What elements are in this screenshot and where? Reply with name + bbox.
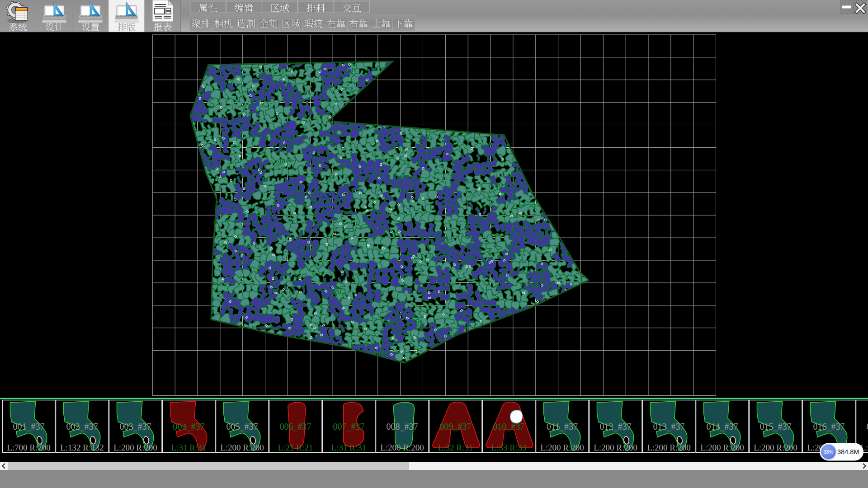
svg-text:L:200 R:200: L:200 R:200 bbox=[594, 443, 637, 452]
svg-text:003_#37: 003_#37 bbox=[120, 422, 151, 432]
svg-text:L:200 R:200: L:200 R:200 bbox=[700, 443, 744, 452]
svg-text:L:132 R:132: L:132 R:132 bbox=[60, 443, 104, 452]
svg-text:007_#37: 007_#37 bbox=[333, 422, 365, 432]
svg-text:L:21 R:21: L:21 R:21 bbox=[278, 443, 313, 452]
svg-text:L:33 R:33: L:33 R:33 bbox=[491, 443, 527, 452]
svg-text:014_#37: 014_#37 bbox=[707, 422, 738, 432]
svg-text:008_#37: 008_#37 bbox=[387, 422, 418, 432]
svg-text:L:200 R:200: L:200 R:200 bbox=[754, 443, 797, 452]
svg-text:38%: 38% bbox=[824, 449, 833, 455]
svg-text:009_#37: 009_#37 bbox=[440, 422, 472, 432]
svg-text:017_#37: 017_#37 bbox=[867, 422, 868, 432]
svg-text:010_#37: 010_#37 bbox=[493, 422, 525, 432]
svg-text:L:31 R:31: L:31 R:31 bbox=[171, 443, 207, 452]
svg-text:013_#37: 013_#37 bbox=[653, 422, 685, 432]
svg-text:384.8M: 384.8M bbox=[837, 448, 859, 455]
svg-text:L:200 R:200: L:200 R:200 bbox=[540, 443, 584, 452]
svg-text:L:32 R:31: L:32 R:31 bbox=[438, 443, 473, 452]
svg-text:002_#37: 002_#37 bbox=[66, 422, 98, 432]
svg-text:L:200 R:200: L:200 R:200 bbox=[220, 443, 264, 452]
svg-text:L:200 R:200: L:200 R:200 bbox=[380, 443, 424, 452]
svg-text:004_#37: 004_#37 bbox=[173, 422, 205, 432]
svg-text:001_#37: 001_#37 bbox=[13, 422, 45, 432]
svg-text:006_#37: 006_#37 bbox=[280, 422, 311, 432]
svg-text:012_#37: 012_#37 bbox=[600, 422, 632, 432]
svg-text:011_#37: 011_#37 bbox=[547, 422, 578, 432]
svg-text:L:200 R:200: L:200 R:200 bbox=[647, 443, 691, 452]
svg-text:016_#37: 016_#37 bbox=[813, 422, 845, 432]
svg-text:L:700 R:700: L:700 R:700 bbox=[7, 443, 51, 452]
svg-text:L:31 R:31: L:31 R:31 bbox=[331, 443, 367, 452]
svg-text:005_#37: 005_#37 bbox=[226, 422, 258, 432]
svg-text:L:200 R:200: L:200 R:200 bbox=[113, 443, 157, 452]
svg-text:015_#37: 015_#37 bbox=[760, 422, 792, 432]
